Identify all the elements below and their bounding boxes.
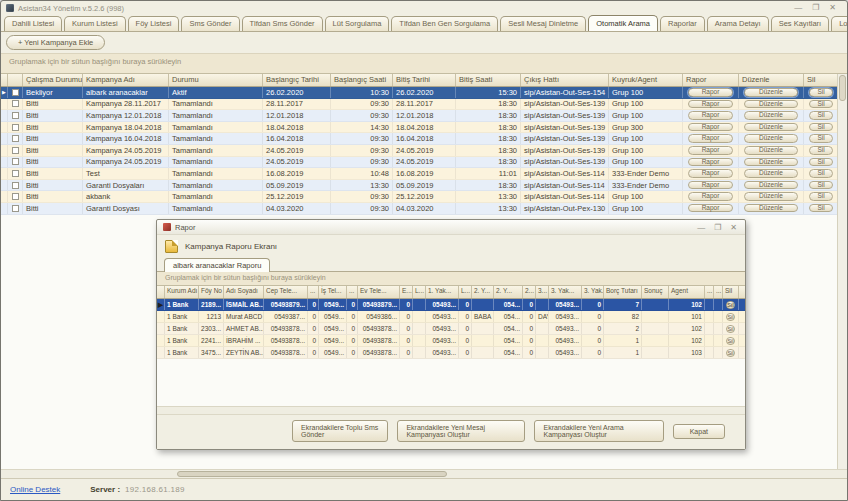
footer-button-0[interactable]: Ekrandakilere Toplu Sms Gönder — [292, 420, 388, 442]
column-header[interactable] — [8, 74, 23, 86]
tab-dahili-listesi[interactable]: Dahili Listesi — [4, 16, 62, 31]
column-header[interactable]: 3... — [536, 286, 549, 298]
maximize-icon[interactable]: ❐ — [812, 4, 819, 12]
column-header[interactable] — [1, 74, 8, 86]
row-sil-button[interactable]: Sil — [726, 301, 735, 309]
column-header[interactable] — [157, 286, 165, 298]
report-row[interactable]: 1 Bank2303...AHMET AB...05493878...00549… — [157, 323, 745, 335]
new-campaign-button[interactable]: + Yeni Kampanya Ekle — [6, 35, 105, 50]
group-by-panel[interactable]: Gruplamak için bir sütun başlığını buray… — [1, 53, 847, 74]
campaign-row[interactable]: BittiGaranti DosyasıTamamlandı04.03.2020… — [1, 203, 847, 215]
tab-otomatik-arama[interactable]: Otomatik Arama — [588, 15, 658, 31]
report-grid-scrollbar[interactable] — [157, 406, 745, 414]
dialog-maximize-icon[interactable]: ❐ — [714, 223, 721, 232]
column-header[interactable]: Sil — [723, 286, 739, 298]
row-sil-button[interactable]: Sil — [809, 100, 833, 109]
row-rapor-button[interactable]: Rapor — [688, 146, 733, 155]
column-header[interactable]: Sil — [804, 74, 839, 86]
row-checkbox[interactable] — [12, 100, 19, 107]
column-header[interactable]: 3. Yak... — [549, 286, 582, 298]
row-sil-button[interactable]: Sil — [809, 134, 833, 143]
column-header[interactable]: Rapor — [683, 74, 739, 86]
campaign-row[interactable]: BittiKampanya 28.11.2017Tamamlandı28.11.… — [1, 99, 847, 111]
row-rapor-button[interactable]: Rapor — [688, 181, 733, 190]
tab-log-kay-tlar-[interactable]: Log Kayıtları — [831, 16, 848, 31]
row-duzenle-button[interactable]: Düzenle — [744, 123, 798, 132]
row-duzenle-button[interactable]: Düzenle — [744, 146, 798, 155]
column-header[interactable]: Başlangıç Saati — [331, 74, 393, 86]
report-row[interactable]: ▶1 Bank2189...İSMAİL AB...05493879...005… — [157, 299, 745, 311]
column-header[interactable]: ... — [308, 286, 319, 298]
row-checkbox[interactable] — [12, 89, 19, 96]
online-support-link[interactable]: Online Destek — [10, 485, 60, 494]
tab-tlfdan-sms-g-nder[interactable]: Tlfdan Sms Gönder — [242, 16, 323, 31]
column-header[interactable]: Adı Soyadı — [224, 286, 264, 298]
campaign-row[interactable]: BittiGaranti DosyalarıTamamlandı05.09.20… — [1, 180, 847, 192]
row-sil-button[interactable]: Sil — [809, 123, 833, 132]
footer-button-2[interactable]: Ekrandakilere Yeni Arama Kampanyası Oluş… — [534, 420, 663, 442]
row-rapor-button[interactable]: Rapor — [688, 88, 733, 97]
grid-vertical-scrollbar[interactable] — [837, 74, 847, 470]
dialog-minimize-icon[interactable]: — — [697, 223, 705, 232]
campaign-row[interactable]: BittiKampanya 12.01.2018Tamamlandı12.01.… — [1, 110, 847, 122]
tab-l-t-sorgulama[interactable]: Lüt Sorgulama — [325, 16, 390, 31]
tab-arama-detay-[interactable]: Arama Detayı — [707, 16, 769, 31]
column-header[interactable]: ... — [347, 286, 358, 298]
row-duzenle-button[interactable]: Düzenle — [744, 204, 798, 213]
tab-sms-g-nder[interactable]: Sms Gönder — [181, 16, 239, 31]
row-checkbox[interactable] — [12, 158, 19, 165]
row-checkbox[interactable] — [12, 135, 19, 142]
minimize-icon[interactable]: — — [794, 4, 802, 12]
tab-sesli-mesaj-dinletme[interactable]: Sesli Mesaj Dinletme — [500, 16, 586, 31]
footer-button-1[interactable]: Ekrandakilere Yeni Mesaj Kampanyası Oluş… — [397, 420, 525, 442]
row-duzenle-button[interactable]: Düzenle — [744, 169, 798, 178]
row-rapor-button[interactable]: Rapor — [688, 100, 733, 109]
row-sil-button[interactable]: Sil — [726, 349, 735, 357]
campaign-row[interactable]: BittiKampanya 16.04.2018Tamamlandı16.04.… — [1, 133, 847, 145]
column-header[interactable]: L... — [413, 286, 426, 298]
column-header[interactable]: Föy No — [199, 286, 224, 298]
column-header[interactable]: Bitiş Saati — [456, 74, 521, 86]
row-checkbox[interactable] — [12, 170, 19, 177]
row-sil-button[interactable]: Sil — [809, 111, 833, 120]
tab-raporlar[interactable]: Raporlar — [660, 16, 705, 31]
column-header[interactable]: Sonuç — [642, 286, 669, 298]
column-header[interactable]: ... — [705, 286, 714, 298]
row-checkbox[interactable] — [12, 205, 19, 212]
window-titlebar[interactable]: Asistan34 Yönetim v.5.2.6 (998) — ❐ ✕ — [1, 1, 847, 15]
row-rapor-button[interactable]: Rapor — [688, 134, 733, 143]
column-header[interactable]: Agent — [669, 286, 705, 298]
column-header[interactable]: Başlangıç Tarihi — [263, 74, 331, 86]
column-header[interactable]: Borç Tutarı — [604, 286, 642, 298]
column-header[interactable]: 3. Yak... — [582, 286, 604, 298]
row-sil-button[interactable]: Sil — [809, 181, 833, 190]
campaign-row[interactable]: BittiakbankTamamlandı25.12.201909:3025.1… — [1, 191, 847, 203]
campaign-row[interactable]: BittiTestTamamlandı16.08.201910:4816.08.… — [1, 168, 847, 180]
column-header[interactable]: E... — [400, 286, 413, 298]
close-icon[interactable]: ✕ — [829, 4, 836, 12]
row-checkbox[interactable] — [12, 112, 19, 119]
row-duzenle-button[interactable]: Düzenle — [744, 100, 798, 109]
dialog-titlebar[interactable]: Rapor — ❐ ✕ — [157, 220, 745, 235]
campaign-row[interactable]: BittiKampanya 24.05.2019Tamamlandı24.05.… — [1, 145, 847, 157]
column-header[interactable]: Çıkış Hattı — [521, 74, 609, 86]
row-sil-button[interactable]: Sil — [726, 313, 735, 321]
row-checkbox[interactable] — [12, 124, 19, 131]
row-sil-button[interactable]: Sil — [809, 204, 833, 213]
scrollbar-thumb[interactable] — [839, 75, 846, 101]
column-header[interactable]: Kuyruk/Agent — [609, 74, 683, 86]
report-row[interactable]: 1 Bank1213Murat ABCD0549387...00549...00… — [157, 311, 745, 323]
row-checkbox[interactable] — [12, 182, 19, 189]
row-sil-button[interactable]: Sil — [809, 88, 833, 97]
row-sil-button[interactable]: Sil — [726, 337, 735, 345]
row-duzenle-button[interactable]: Düzenle — [744, 192, 798, 201]
column-header[interactable]: Bitiş Tarihi — [393, 74, 456, 86]
row-checkbox[interactable] — [12, 193, 19, 200]
tab-kurum-listesi[interactable]: Kurum Listesi — [64, 16, 125, 31]
grid-horizontal-scrollbar[interactable] — [1, 469, 847, 478]
column-header[interactable]: 2. Y... — [494, 286, 523, 298]
row-duzenle-button[interactable]: Düzenle — [744, 158, 798, 167]
campaign-row[interactable]: BittiKampanya 24.05.2019Tamamlandı24.05.… — [1, 157, 847, 169]
scrollbar-thumb[interactable] — [177, 471, 447, 477]
tab-tlfdan-ben-gen-sorgulama[interactable]: Tlfdan Ben Gen Sorgulama — [391, 16, 498, 31]
